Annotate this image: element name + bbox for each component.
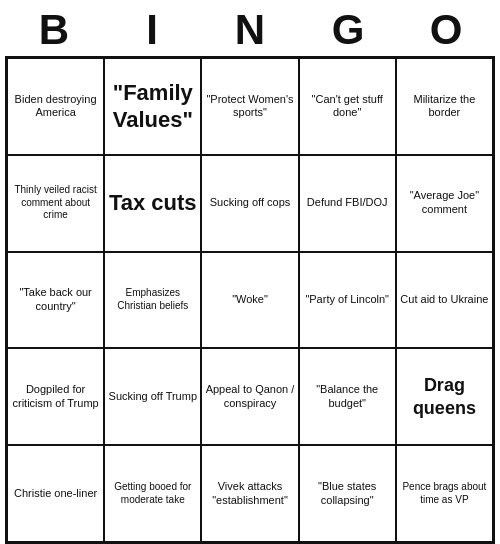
bingo-cell: "Balance the budget" (299, 348, 396, 445)
bingo-cell: Tax cuts (104, 155, 201, 252)
bingo-cell: Cut aid to Ukraine (396, 252, 493, 349)
bingo-cell: Dogpiled for criticism of Trump (7, 348, 104, 445)
bingo-cell: Thinly veiled racist comment about crime (7, 155, 104, 252)
bingo-cell: Sucking off cops (201, 155, 298, 252)
header-o: O (401, 6, 491, 54)
bingo-cell: Sucking off Trump (104, 348, 201, 445)
bingo-cell: "Can't get stuff done" (299, 58, 396, 155)
header-i: I (107, 6, 197, 54)
bingo-cell: Christie one-liner (7, 445, 104, 542)
bingo-cell: Drag queens (396, 348, 493, 445)
bingo-cell: "Protect Women's sports" (201, 58, 298, 155)
bingo-cell: Militarize the border (396, 58, 493, 155)
bingo-cell: "Blue states collapsing" (299, 445, 396, 542)
bingo-cell: "Take back our country" (7, 252, 104, 349)
bingo-cell: Defund FBI/DOJ (299, 155, 396, 252)
bingo-cell: Pence brags about time as VP (396, 445, 493, 542)
bingo-cell: "Woke" (201, 252, 298, 349)
bingo-cell: Emphasizes Christian beliefs (104, 252, 201, 349)
bingo-cell: Getting booed for moderate take (104, 445, 201, 542)
bingo-cell: "Average Joe" comment (396, 155, 493, 252)
bingo-cell: "Family Values" (104, 58, 201, 155)
bingo-cell: Biden destroying America (7, 58, 104, 155)
bingo-cell: Appeal to Qanon / conspiracy (201, 348, 298, 445)
bingo-cell: Vivek attacks "establishment" (201, 445, 298, 542)
header-b: B (9, 6, 99, 54)
bingo-header: B I N G O (5, 0, 495, 56)
header-g: G (303, 6, 393, 54)
header-n: N (205, 6, 295, 54)
bingo-grid: Biden destroying America"Family Values""… (5, 56, 495, 544)
bingo-cell: "Party of Lincoln" (299, 252, 396, 349)
